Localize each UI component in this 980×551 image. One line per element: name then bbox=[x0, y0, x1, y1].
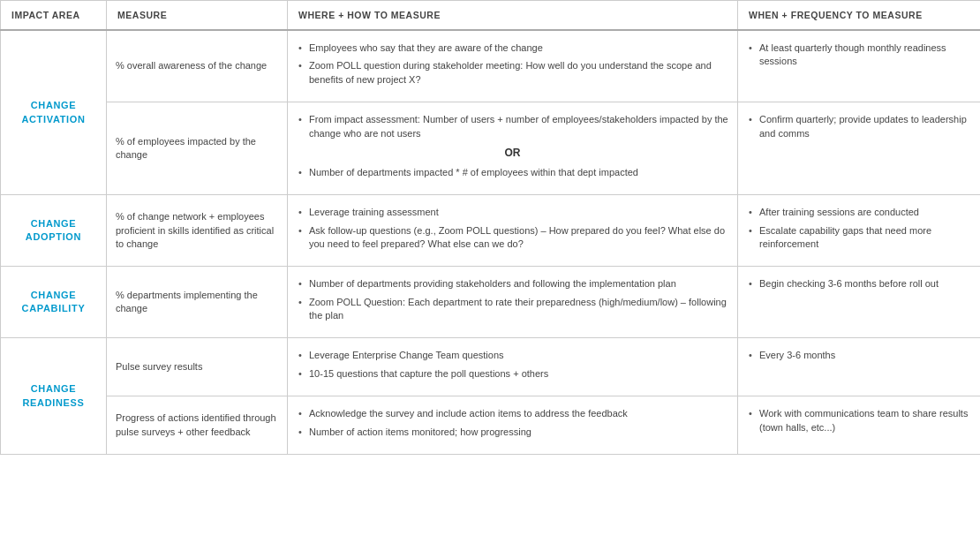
how-item: Number of action items monitored; how pr… bbox=[297, 426, 728, 439]
how-cell: Acknowledge the survey and include actio… bbox=[288, 396, 738, 455]
impact-area-1: CHANGE ADOPTION bbox=[1, 195, 107, 267]
when-item: Work with communications team to share r… bbox=[747, 407, 971, 434]
measure-cell: Pulse survey results bbox=[107, 338, 288, 396]
how-cell: From impact assessment: Number of users … bbox=[288, 102, 738, 195]
measure-cell: % of employees impacted by the change bbox=[107, 102, 288, 195]
measure-cell: % overall awareness of the change bbox=[107, 30, 288, 102]
how-item: Employees who say that they are aware of… bbox=[297, 42, 728, 55]
header-impact: IMPACT AREA bbox=[1, 1, 107, 31]
how-item: 10-15 questions that capture the poll qu… bbox=[297, 367, 728, 381]
measure-cell: % departments implementing the change bbox=[107, 267, 288, 338]
when-cell: After training sessions are conductedEsc… bbox=[738, 195, 981, 267]
how-item: Zoom POLL question during stakeholder me… bbox=[297, 59, 728, 87]
how-item: Ask follow-up questions (e.g., Zoom POLL… bbox=[297, 224, 728, 252]
how-cell: Leverage Enterprise Change Team question… bbox=[288, 338, 738, 396]
header-measure: MEASURE bbox=[107, 1, 288, 31]
how-item-2: Number of departments impacted * # of em… bbox=[297, 166, 728, 179]
how-item: Acknowledge the survey and include actio… bbox=[297, 407, 728, 420]
header-how: WHERE + HOW TO MEASURE bbox=[288, 1, 738, 31]
when-cell: Begin checking 3-6 months before roll ou… bbox=[738, 267, 981, 338]
how-cell: Employees who say that they are aware of… bbox=[288, 30, 738, 102]
or-label: OR bbox=[297, 146, 728, 161]
header-when: WHEN + FREQUENCY TO MEASURE bbox=[738, 1, 981, 31]
when-cell: At least quarterly though monthly readin… bbox=[738, 30, 981, 102]
when-item: At least quarterly though monthly readin… bbox=[747, 42, 971, 69]
impact-area-0: CHANGE ACTIVATION bbox=[1, 30, 107, 195]
when-cell: Confirm quarterly; provide updates to le… bbox=[738, 102, 981, 195]
when-item: Escalate capability gaps that need more … bbox=[747, 224, 971, 252]
when-item: After training sessions are conducted bbox=[747, 206, 971, 219]
how-item: Zoom POLL Question: Each department to r… bbox=[297, 296, 728, 323]
measure-cell: % of change network + employees proficie… bbox=[107, 195, 288, 267]
how-item: Leverage training assessment bbox=[297, 206, 728, 219]
when-item: Every 3-6 months bbox=[747, 349, 971, 362]
when-item: Begin checking 3-6 months before roll ou… bbox=[747, 277, 971, 291]
main-table: IMPACT AREA MEASURE WHERE + HOW TO MEASU… bbox=[0, 0, 980, 455]
impact-area-2: CHANGE CAPABILITY bbox=[1, 267, 107, 338]
when-item: Confirm quarterly; provide updates to le… bbox=[747, 113, 971, 140]
when-cell: Every 3-6 months bbox=[738, 338, 981, 396]
how-cell: Leverage training assessmentAsk follow-u… bbox=[288, 195, 738, 267]
how-item: Number of departments providing stakehol… bbox=[297, 277, 728, 291]
how-item: From impact assessment: Number of users … bbox=[297, 113, 728, 140]
impact-area-3: CHANGE READINESS bbox=[1, 338, 107, 455]
how-cell: Number of departments providing stakehol… bbox=[288, 267, 738, 338]
measure-cell: Progress of actions identified through p… bbox=[107, 396, 288, 455]
how-item: Leverage Enterprise Change Team question… bbox=[297, 349, 728, 362]
when-cell: Work with communications team to share r… bbox=[738, 396, 981, 455]
